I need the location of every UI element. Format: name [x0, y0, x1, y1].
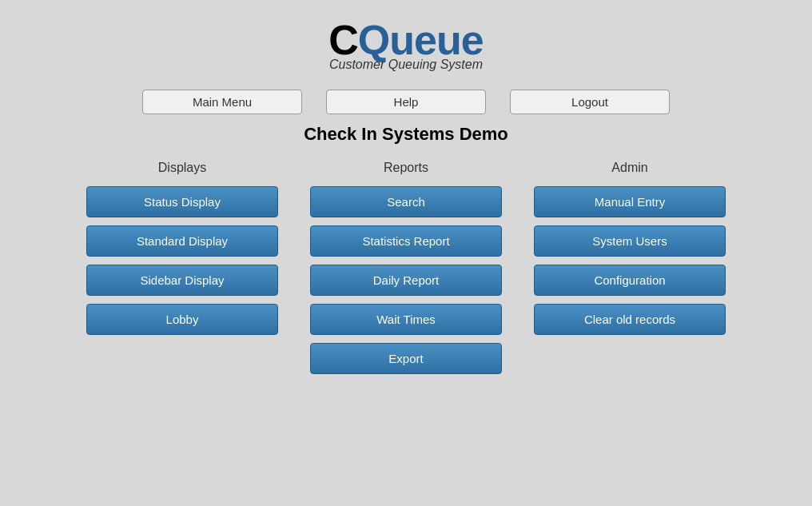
logo: CQueue — [0, 16, 812, 64]
sidebar-display-btn[interactable]: Sidebar Display — [86, 265, 278, 296]
nav-bar: Main Menu Help Logout — [0, 90, 812, 114]
admin-header: Admin — [611, 161, 647, 175]
admin-column: Admin Manual Entry System Users Configur… — [534, 161, 726, 374]
system-users-btn[interactable]: System Users — [534, 225, 726, 257]
configuration-btn[interactable]: Configuration — [534, 265, 726, 296]
wait-times-btn[interactable]: Wait Times — [310, 304, 502, 335]
lobby-btn[interactable]: Lobby — [86, 304, 278, 335]
main-columns: Displays Status Display Standard Display… — [0, 161, 812, 374]
logo-subtitle: Customer Queuing System — [0, 58, 812, 72]
reports-column: Reports Search Statistics Report Daily R… — [310, 161, 502, 374]
manual-entry-btn[interactable]: Manual Entry — [534, 186, 726, 217]
displays-header: Displays — [158, 161, 206, 175]
search-btn[interactable]: Search — [310, 186, 502, 217]
logout-button[interactable]: Logout — [510, 90, 670, 114]
header: CQueue Customer Queuing System — [0, 0, 812, 80]
statistics-report-btn[interactable]: Statistics Report — [310, 225, 502, 257]
help-button[interactable]: Help — [326, 90, 486, 114]
standard-display-btn[interactable]: Standard Display — [86, 225, 278, 257]
logo-queue: Queue — [358, 17, 484, 63]
reports-header: Reports — [384, 161, 428, 175]
main-menu-button[interactable]: Main Menu — [142, 90, 302, 114]
status-display-btn[interactable]: Status Display — [86, 186, 278, 217]
page-title: Check In Systems Demo — [0, 124, 812, 145]
export-btn[interactable]: Export — [310, 343, 502, 374]
displays-column: Displays Status Display Standard Display… — [86, 161, 278, 374]
logo-c: C — [328, 17, 358, 63]
daily-report-btn[interactable]: Daily Report — [310, 265, 502, 296]
clear-old-records-btn[interactable]: Clear old records — [534, 304, 726, 335]
